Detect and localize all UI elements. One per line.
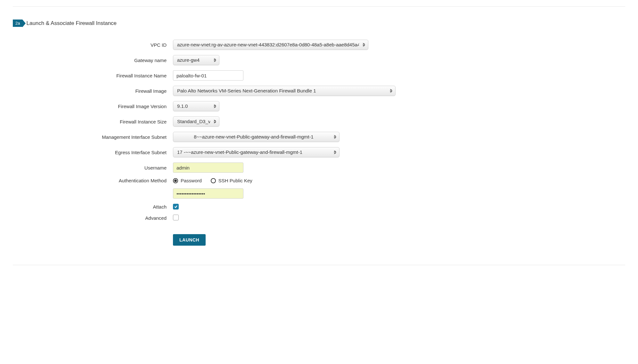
- firewall-image-select[interactable]: Palo Alto Networks VM-Series Next-Genera…: [173, 86, 396, 96]
- firewall-instance-size-select[interactable]: Standard_D3_v2: [173, 116, 219, 127]
- vpc-id-select[interactable]: azure-new-vnet:rg-av-azure-new-vnet-4438…: [173, 40, 368, 50]
- label-mgmt-subnet: Management Interface Subnet: [13, 134, 173, 140]
- section-title: Launch & Associate Firewall Instance: [26, 20, 117, 27]
- auth-ssh-label: SSH Public Key: [218, 178, 252, 183]
- label-gateway-name: Gateway name: [13, 58, 173, 63]
- check-icon: [174, 205, 178, 209]
- auth-ssh-radio[interactable]: SSH Public Key: [211, 178, 252, 183]
- gateway-name-select[interactable]: azure-gw4: [173, 55, 219, 65]
- auth-password-label: Password: [181, 178, 202, 183]
- advanced-checkbox[interactable]: [173, 215, 179, 220]
- radio-icon: [173, 178, 178, 183]
- password-input[interactable]: [173, 188, 243, 199]
- label-advanced: Advanced: [13, 215, 173, 221]
- radio-icon: [211, 178, 216, 183]
- divider-bottom: [13, 265, 625, 265]
- auth-method-radio-group: Password SSH Public Key: [173, 178, 252, 183]
- label-egress-subnet: Egress Interface Subnet: [13, 150, 173, 155]
- firewall-image-version-select[interactable]: 9.1.0: [173, 101, 219, 111]
- label-attach: Attach: [13, 204, 173, 210]
- label-auth-method: Authentication Method: [13, 178, 173, 183]
- label-fw-image: Firewall Image: [13, 88, 173, 94]
- mgmt-interface-subnet-select[interactable]: 8~~azure-new-vnet-Public-gateway-and-fir…: [173, 132, 339, 142]
- egress-interface-subnet-select[interactable]: 17 -~~azure-new-vnet-Public-gateway-and-…: [173, 147, 339, 157]
- label-username: Username: [13, 165, 173, 170]
- attach-checkbox[interactable]: [173, 204, 179, 210]
- label-fw-image-version: Firewall Image Version: [13, 104, 173, 109]
- launch-button[interactable]: LAUNCH: [173, 234, 206, 246]
- divider-top: [13, 6, 625, 7]
- section-header: 2a Launch & Associate Firewall Instance: [13, 20, 625, 27]
- firewall-instance-name-input[interactable]: [173, 70, 243, 81]
- step-badge: 2a: [13, 20, 22, 27]
- label-vpc-id: VPC ID: [13, 42, 173, 48]
- auth-password-radio[interactable]: Password: [173, 178, 202, 183]
- label-fw-instance-name: Firewall Instance Name: [13, 73, 173, 78]
- form: VPC ID azure-new-vnet:rg-av-azure-new-vn…: [13, 40, 625, 246]
- username-input[interactable]: [173, 162, 243, 173]
- label-fw-instance-size: Firewall Instance Size: [13, 119, 173, 124]
